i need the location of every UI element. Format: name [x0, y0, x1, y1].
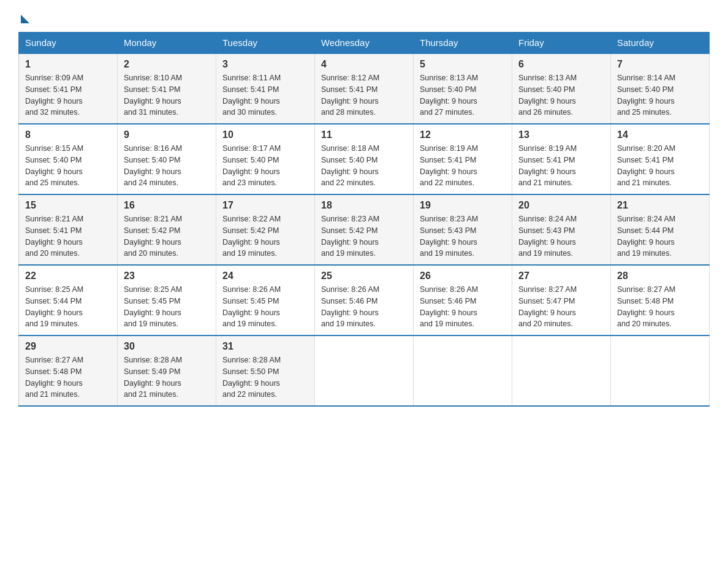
calendar-day-cell: 26 Sunrise: 8:26 AMSunset: 5:46 PMDaylig… [414, 265, 512, 335]
day-info: Sunrise: 8:22 AMSunset: 5:42 PMDaylight:… [222, 215, 281, 258]
day-number: 21 [617, 200, 703, 211]
calendar-day-cell [611, 335, 710, 406]
day-number: 27 [518, 270, 604, 282]
day-number: 9 [124, 129, 210, 140]
calendar-day-cell: 12 Sunrise: 8:19 AMSunset: 5:41 PMDaylig… [414, 124, 512, 194]
day-number: 20 [518, 200, 604, 211]
calendar-day-cell: 10 Sunrise: 8:17 AMSunset: 5:40 PMDaylig… [216, 124, 315, 194]
calendar-day-cell: 15 Sunrise: 8:21 AMSunset: 5:41 PMDaylig… [19, 194, 118, 265]
calendar-day-cell: 7 Sunrise: 8:14 AMSunset: 5:40 PMDayligh… [611, 53, 710, 124]
day-number: 16 [124, 200, 210, 211]
calendar-day-cell [414, 335, 512, 406]
day-info: Sunrise: 8:17 AMSunset: 5:40 PMDaylight:… [222, 144, 281, 187]
day-number: 8 [25, 129, 111, 140]
day-info: Sunrise: 8:28 AMSunset: 5:49 PMDaylight:… [124, 356, 182, 399]
calendar-day-cell: 24 Sunrise: 8:26 AMSunset: 5:45 PMDaylig… [216, 265, 315, 335]
day-info: Sunrise: 8:23 AMSunset: 5:42 PMDaylight:… [321, 215, 379, 258]
day-number: 13 [518, 129, 604, 140]
day-number: 22 [25, 270, 111, 282]
header-tuesday: Tuesday [216, 33, 315, 54]
header-friday: Friday [512, 33, 611, 54]
day-info: Sunrise: 8:25 AMSunset: 5:45 PMDaylight:… [124, 285, 182, 328]
header-thursday: Thursday [414, 33, 512, 54]
day-number: 1 [25, 59, 111, 70]
day-number: 19 [420, 200, 506, 211]
day-number: 6 [518, 59, 604, 70]
calendar-day-cell: 28 Sunrise: 8:27 AMSunset: 5:48 PMDaylig… [611, 265, 710, 335]
page-header [18, 12, 710, 20]
day-info: Sunrise: 8:20 AMSunset: 5:41 PMDaylight:… [617, 144, 675, 187]
day-number: 4 [321, 59, 407, 70]
day-info: Sunrise: 8:10 AMSunset: 5:41 PMDaylight:… [124, 74, 182, 117]
day-number: 17 [222, 200, 308, 211]
logo-arrow-icon [21, 15, 29, 23]
calendar-week-row: 15 Sunrise: 8:21 AMSunset: 5:41 PMDaylig… [19, 194, 710, 265]
day-number: 2 [124, 59, 210, 70]
day-number: 26 [420, 270, 506, 282]
calendar-day-cell: 2 Sunrise: 8:10 AMSunset: 5:41 PMDayligh… [118, 53, 216, 124]
day-number: 14 [617, 129, 703, 140]
calendar-day-cell [315, 335, 414, 406]
header-saturday: Saturday [611, 33, 710, 54]
day-number: 30 [124, 341, 210, 352]
day-info: Sunrise: 8:19 AMSunset: 5:41 PMDaylight:… [518, 144, 577, 187]
day-info: Sunrise: 8:26 AMSunset: 5:46 PMDaylight:… [420, 285, 478, 328]
calendar-day-cell: 21 Sunrise: 8:24 AMSunset: 5:44 PMDaylig… [611, 194, 710, 265]
day-info: Sunrise: 8:27 AMSunset: 5:47 PMDaylight:… [518, 285, 577, 328]
day-number: 28 [617, 270, 703, 282]
calendar-day-cell: 16 Sunrise: 8:21 AMSunset: 5:42 PMDaylig… [118, 194, 216, 265]
calendar-day-cell: 11 Sunrise: 8:18 AMSunset: 5:40 PMDaylig… [315, 124, 414, 194]
calendar-day-cell: 19 Sunrise: 8:23 AMSunset: 5:43 PMDaylig… [414, 194, 512, 265]
day-number: 10 [222, 129, 308, 140]
calendar-day-cell: 1 Sunrise: 8:09 AMSunset: 5:41 PMDayligh… [19, 53, 118, 124]
calendar-day-cell: 6 Sunrise: 8:13 AMSunset: 5:40 PMDayligh… [512, 53, 611, 124]
day-info: Sunrise: 8:23 AMSunset: 5:43 PMDaylight:… [420, 215, 478, 258]
calendar-week-row: 8 Sunrise: 8:15 AMSunset: 5:40 PMDayligh… [19, 124, 710, 194]
day-header-row: SundayMondayTuesdayWednesdayThursdayFrid… [19, 33, 710, 54]
calendar-day-cell: 14 Sunrise: 8:20 AMSunset: 5:41 PMDaylig… [611, 124, 710, 194]
day-info: Sunrise: 8:13 AMSunset: 5:40 PMDaylight:… [518, 74, 577, 117]
day-info: Sunrise: 8:19 AMSunset: 5:41 PMDaylight:… [420, 144, 478, 187]
calendar-day-cell: 23 Sunrise: 8:25 AMSunset: 5:45 PMDaylig… [118, 265, 216, 335]
day-info: Sunrise: 8:18 AMSunset: 5:40 PMDaylight:… [321, 144, 379, 187]
day-info: Sunrise: 8:21 AMSunset: 5:41 PMDaylight:… [25, 215, 83, 258]
calendar-day-cell: 8 Sunrise: 8:15 AMSunset: 5:40 PMDayligh… [19, 124, 118, 194]
calendar-day-cell: 18 Sunrise: 8:23 AMSunset: 5:42 PMDaylig… [315, 194, 414, 265]
calendar-table: SundayMondayTuesdayWednesdayThursdayFrid… [18, 32, 710, 407]
calendar-body: 1 Sunrise: 8:09 AMSunset: 5:41 PMDayligh… [19, 53, 710, 406]
day-number: 7 [617, 59, 703, 70]
calendar-day-cell: 30 Sunrise: 8:28 AMSunset: 5:49 PMDaylig… [118, 335, 216, 406]
day-info: Sunrise: 8:21 AMSunset: 5:42 PMDaylight:… [124, 215, 182, 258]
calendar-week-row: 29 Sunrise: 8:27 AMSunset: 5:48 PMDaylig… [19, 335, 710, 406]
logo [18, 12, 29, 20]
day-info: Sunrise: 8:13 AMSunset: 5:40 PMDaylight:… [420, 74, 478, 117]
day-number: 24 [222, 270, 308, 282]
calendar-day-cell: 31 Sunrise: 8:28 AMSunset: 5:50 PMDaylig… [216, 335, 315, 406]
calendar-day-cell: 20 Sunrise: 8:24 AMSunset: 5:43 PMDaylig… [512, 194, 611, 265]
day-number: 23 [124, 270, 210, 282]
day-number: 11 [321, 129, 407, 140]
calendar-week-row: 22 Sunrise: 8:25 AMSunset: 5:44 PMDaylig… [19, 265, 710, 335]
day-number: 15 [25, 200, 111, 211]
day-info: Sunrise: 8:11 AMSunset: 5:41 PMDaylight:… [222, 74, 281, 117]
day-info: Sunrise: 8:14 AMSunset: 5:40 PMDaylight:… [617, 74, 675, 117]
calendar-day-cell [512, 335, 611, 406]
header-sunday: Sunday [19, 33, 118, 54]
calendar-header: SundayMondayTuesdayWednesdayThursdayFrid… [19, 33, 710, 54]
day-number: 5 [420, 59, 506, 70]
day-info: Sunrise: 8:25 AMSunset: 5:44 PMDaylight:… [25, 285, 83, 328]
day-info: Sunrise: 8:24 AMSunset: 5:43 PMDaylight:… [518, 215, 577, 258]
day-number: 18 [321, 200, 407, 211]
day-info: Sunrise: 8:09 AMSunset: 5:41 PMDaylight:… [25, 74, 83, 117]
day-info: Sunrise: 8:26 AMSunset: 5:46 PMDaylight:… [321, 285, 379, 328]
calendar-day-cell: 13 Sunrise: 8:19 AMSunset: 5:41 PMDaylig… [512, 124, 611, 194]
day-number: 3 [222, 59, 308, 70]
day-info: Sunrise: 8:24 AMSunset: 5:44 PMDaylight:… [617, 215, 675, 258]
day-number: 31 [222, 341, 308, 352]
day-info: Sunrise: 8:16 AMSunset: 5:40 PMDaylight:… [124, 144, 182, 187]
day-number: 12 [420, 129, 506, 140]
day-info: Sunrise: 8:12 AMSunset: 5:41 PMDaylight:… [321, 74, 379, 117]
day-info: Sunrise: 8:27 AMSunset: 5:48 PMDaylight:… [25, 356, 83, 399]
calendar-day-cell: 9 Sunrise: 8:16 AMSunset: 5:40 PMDayligh… [118, 124, 216, 194]
calendar-day-cell: 25 Sunrise: 8:26 AMSunset: 5:46 PMDaylig… [315, 265, 414, 335]
